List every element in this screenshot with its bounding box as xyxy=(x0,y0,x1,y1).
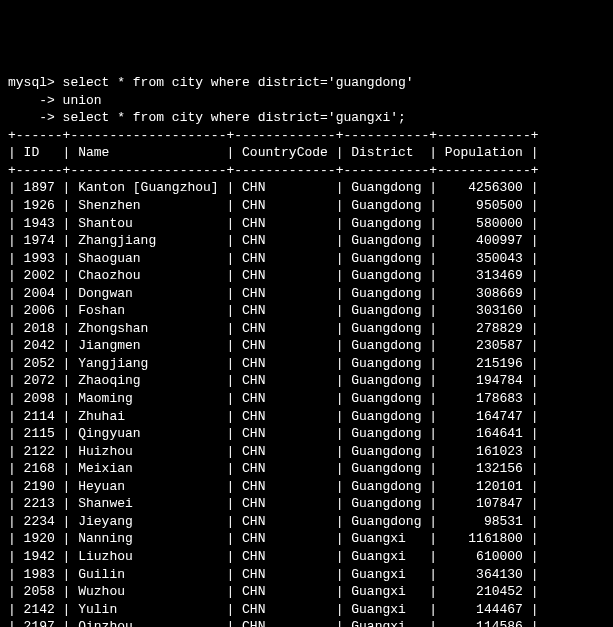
continuation-prompt: -> xyxy=(8,93,63,108)
query-line-2: union xyxy=(63,93,102,108)
query-line-3: select * from city where district='guang… xyxy=(63,110,406,125)
result-table: +------+--------------------+-----------… xyxy=(8,127,605,627)
prompt-label: mysql> xyxy=(8,75,63,90)
query-line-1: select * from city where district='guang… xyxy=(63,75,414,90)
continuation-prompt: -> xyxy=(8,110,63,125)
